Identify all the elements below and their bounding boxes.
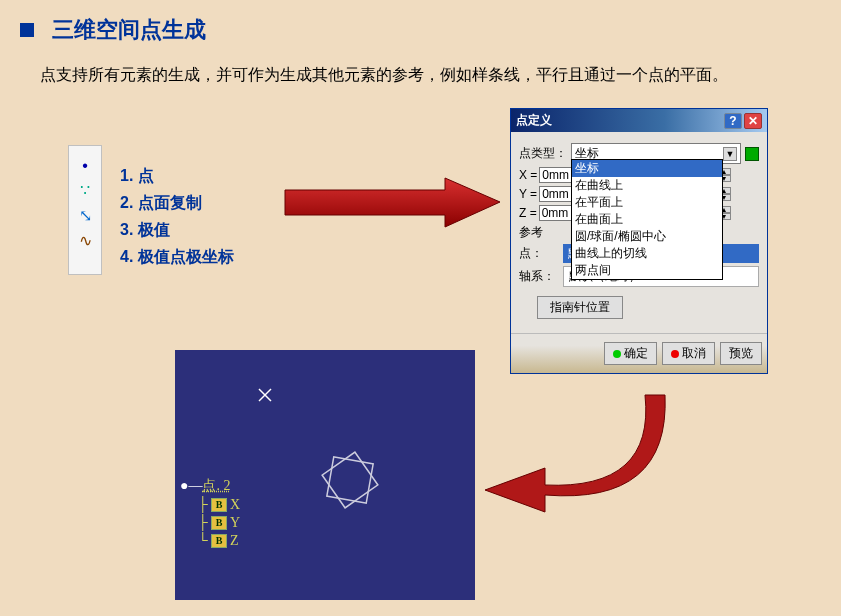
x-label: X = bbox=[519, 168, 537, 182]
option-oncurve[interactable]: 在曲线上 bbox=[572, 177, 722, 194]
param-icon: B bbox=[211, 516, 227, 530]
header-bullet bbox=[20, 23, 34, 37]
param-icon: B bbox=[211, 534, 227, 548]
option-onplane[interactable]: 在平面上 bbox=[572, 194, 722, 211]
spec-tree: ●— 点. 2 ├B X ├B Y └B Z bbox=[180, 475, 240, 551]
tree-y[interactable]: Y bbox=[230, 515, 240, 531]
viz-star-icon bbox=[315, 445, 385, 515]
option-tangent[interactable]: 曲线上的切线 bbox=[572, 245, 722, 262]
type-dropdown[interactable]: 坐标 ▼ 坐标 在曲线上 在平面上 在曲面上 圆/球面/椭圆中心 曲线上的切线 … bbox=[571, 143, 741, 164]
viz-3d-view[interactable]: ●— 点. 2 ├B X ├B Y └B Z bbox=[175, 350, 475, 600]
dialog-title: 点定义 bbox=[516, 112, 722, 129]
option-onsurface[interactable]: 在曲面上 bbox=[572, 211, 722, 228]
x-input[interactable]: 0mm bbox=[539, 167, 572, 183]
preview-button[interactable]: 预览 bbox=[720, 342, 762, 365]
ok-button[interactable]: 确定 bbox=[604, 342, 657, 365]
tool-copy-icon[interactable]: ∵ bbox=[69, 181, 101, 200]
cancel-button[interactable]: 取消 bbox=[662, 342, 715, 365]
tool-polar-icon[interactable]: ∿ bbox=[69, 231, 101, 250]
toolbar-vertical: • ∵ ⤡ ∿ bbox=[68, 145, 102, 275]
red-led-icon bbox=[671, 350, 679, 358]
arrow-right-icon bbox=[275, 175, 505, 230]
tool-extreme-icon[interactable]: ⤡ bbox=[69, 206, 101, 225]
viz-cross-icon bbox=[255, 385, 275, 405]
svg-rect-4 bbox=[322, 452, 378, 508]
help-icon[interactable]: ? bbox=[724, 113, 742, 129]
y-label: Y = bbox=[519, 187, 537, 201]
compass-button[interactable]: 指南针位置 bbox=[537, 296, 623, 319]
tool-point-icon[interactable]: • bbox=[69, 157, 101, 175]
z-label: Z = bbox=[519, 206, 537, 220]
point-label: 点： bbox=[519, 245, 559, 262]
list-item-2: 2. 点面复制 bbox=[120, 193, 234, 214]
z-input[interactable]: 0mm bbox=[539, 205, 572, 221]
body-text: 点支持所有元素的生成，并可作为生成其他元素的参考，例如样条线，平行且通过一个点的… bbox=[0, 55, 841, 100]
close-icon[interactable]: ✕ bbox=[744, 113, 762, 129]
ref-label: 参考 bbox=[519, 224, 543, 241]
tree-x[interactable]: X bbox=[230, 497, 240, 513]
type-label: 点类型： bbox=[519, 145, 571, 162]
option-between[interactable]: 两点间 bbox=[572, 262, 722, 279]
list-item-4: 4. 极值点极坐标 bbox=[120, 247, 234, 268]
svg-rect-3 bbox=[327, 457, 373, 503]
point-definition-dialog: 点定义 ? ✕ 点类型： 坐标 ▼ 坐标 在曲线上 在平面上 在曲面上 圆/球面… bbox=[510, 108, 768, 374]
dialog-titlebar[interactable]: 点定义 ? ✕ bbox=[511, 109, 767, 132]
list-item-1: 1. 点 bbox=[120, 166, 234, 187]
list-item-3: 3. 极值 bbox=[120, 220, 234, 241]
picker-icon[interactable] bbox=[745, 147, 759, 161]
tree-node-icon[interactable]: ●— bbox=[180, 478, 202, 494]
list-section: 1. 点 2. 点面复制 3. 极值 4. 极值点极坐标 bbox=[120, 160, 234, 274]
chevron-down-icon[interactable]: ▼ bbox=[723, 147, 737, 161]
green-led-icon bbox=[613, 350, 621, 358]
param-icon: B bbox=[211, 498, 227, 512]
option-center[interactable]: 圆/球面/椭圆中心 bbox=[572, 228, 722, 245]
svg-marker-0 bbox=[285, 178, 500, 227]
option-coord[interactable]: 坐标 bbox=[572, 160, 722, 177]
type-dropdown-list: 坐标 在曲线上 在平面上 在曲面上 圆/球面/椭圆中心 曲线上的切线 两点间 bbox=[571, 159, 723, 280]
arrow-curve-icon bbox=[465, 390, 675, 540]
tree-root[interactable]: 点. 2 bbox=[202, 477, 230, 495]
page-title: 三维空间点生成 bbox=[52, 15, 206, 45]
tree-z[interactable]: Z bbox=[230, 533, 239, 549]
y-input[interactable]: 0mm bbox=[539, 186, 572, 202]
axis-label: 轴系： bbox=[519, 268, 559, 285]
